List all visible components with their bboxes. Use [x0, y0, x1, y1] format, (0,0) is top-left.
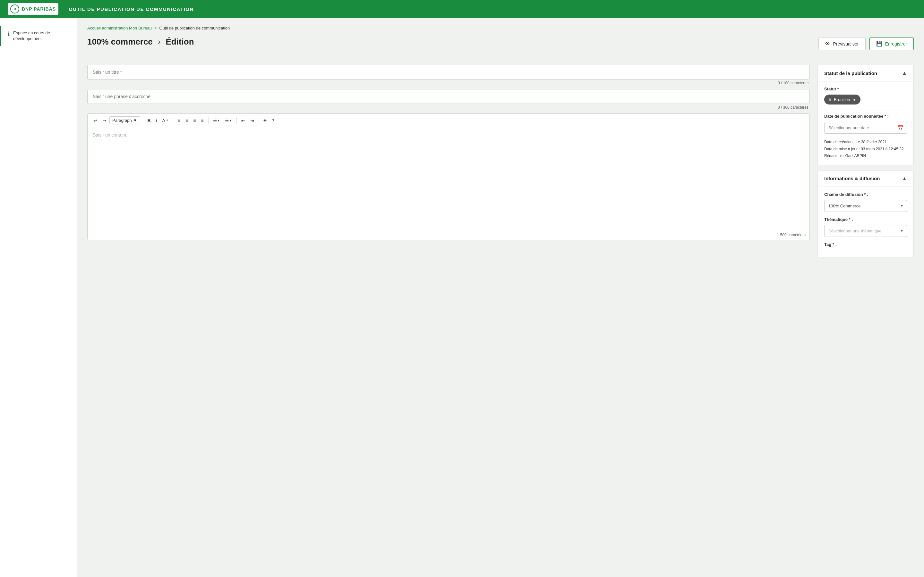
save-button[interactable]: 💾 Enregistrer: [869, 37, 914, 50]
thematique-select-wrapper: Sélectionner une thématique ▼: [824, 225, 907, 237]
thematique-group: Thématique * : Sélectionner une thématiq…: [824, 217, 907, 237]
logo: ↺ BNP PARIBAS: [8, 3, 58, 15]
toolbar-sep-3: [208, 117, 208, 124]
preview-label: Prévisualiser: [833, 41, 859, 47]
meta-info: Date de création : Le 28 février 2021 Da…: [824, 139, 907, 160]
calendar-icon: 📅: [897, 125, 904, 131]
page-title: 100% commerce › Édition: [87, 37, 194, 47]
paragraph-label: Paragraph: [112, 118, 132, 123]
creation-date: Date de création : Le 28 février 2021: [824, 139, 907, 146]
breadcrumb-link[interactable]: Accueil administration Mon Bureau: [87, 26, 152, 31]
thematique-label: Thématique * :: [824, 217, 907, 222]
page-title-parent: 100% commerce: [87, 37, 153, 47]
align-left-button[interactable]: ≡: [176, 117, 182, 124]
header: ↺ BNP PARIBAS OUTIL DE PUBLICATION DE CO…: [0, 0, 924, 18]
date-input[interactable]: [824, 122, 907, 134]
content-area: 0 / 180 caractères 0 / 360 caractères ↩ …: [87, 65, 914, 263]
save-icon: 💾: [876, 41, 883, 47]
breadcrumb-separator: >: [154, 26, 157, 31]
diffusion-toggle[interactable]: ▲: [902, 176, 907, 181]
logo-icon: ↺: [10, 5, 19, 13]
logo-text: BNP PARIBAS: [22, 6, 56, 11]
accroche-char-count: 0 / 360 caractères: [87, 105, 810, 110]
update-date: Date de mise à jour : 03 mars 2021 à 12:…: [824, 146, 907, 153]
status-label: Statut *: [824, 87, 907, 91]
main-content: Accueil administration Mon Bureau > Outi…: [77, 18, 924, 577]
publication-status-title: Statut de la publication: [824, 71, 877, 76]
undo-button[interactable]: ↩: [91, 117, 99, 124]
layout: ℹ Espace en cours de développement Accue…: [0, 18, 924, 577]
bullet-list-button[interactable]: ☰ ▼: [211, 117, 222, 124]
italic-button[interactable]: I: [154, 117, 159, 124]
diffusion-header: Informations & diffusion ▲: [818, 171, 913, 187]
indent-button[interactable]: ⇥: [248, 117, 256, 124]
publication-status-body: Statut * Brouillon ▼: [818, 81, 913, 165]
breadcrumb-current: Outil de publication de communication: [159, 26, 230, 31]
info-icon: ℹ: [8, 31, 10, 37]
outdent-button[interactable]: ⇤: [239, 117, 247, 124]
page-title-current: Édition: [166, 37, 194, 47]
thematique-select[interactable]: Sélectionner une thématique: [824, 225, 907, 237]
chaine-select-wrapper: 100% Commerce ▼: [824, 200, 907, 212]
sidebar: ℹ Espace en cours de développement: [0, 18, 77, 577]
editor-footer: 1 500 caractères: [87, 230, 809, 240]
highlight-icon: A: [162, 118, 165, 123]
status-badge[interactable]: Brouillon ▼: [824, 95, 861, 105]
editor-toolbar: ↩ ↪ Paragraph ▼ B I A: [87, 114, 809, 127]
chaine-label: Chaîne de diffusion * :: [824, 192, 907, 197]
title-input[interactable]: [87, 65, 810, 79]
author: Rédacteur : Gael ARPIN: [824, 153, 907, 160]
paragraph-arrow-icon: ▼: [133, 118, 137, 123]
highlight-dropdown-icon: ▼: [166, 119, 168, 122]
status-dropdown-arrow: ▼: [853, 98, 856, 102]
ordered-list-button[interactable]: ☰ ▼: [223, 117, 234, 124]
status-dot: [829, 98, 831, 101]
redo-button[interactable]: ↪: [100, 117, 108, 124]
toolbar-sep-5: [258, 117, 259, 124]
status-value: Brouillon: [834, 97, 850, 102]
right-panel: Statut de la publication ▲ Statut * Brou…: [817, 65, 914, 263]
chaine-select[interactable]: 100% Commerce: [824, 200, 907, 212]
content-char-count: 1 500 caractères: [777, 233, 806, 237]
tag-label: Tag * :: [824, 242, 907, 247]
eye-icon: 👁: [825, 41, 830, 47]
sidebar-item-label: Espace en cours de développement: [13, 30, 71, 42]
publication-status-header: Statut de la publication ▲: [818, 65, 913, 81]
diffusion-panel: Informations & diffusion ▲ Chaîne de dif…: [817, 170, 914, 258]
paragraph-dropdown[interactable]: Paragraph ▼: [110, 116, 140, 124]
publication-status-toggle[interactable]: ▲: [902, 70, 907, 76]
bold-button[interactable]: B: [145, 117, 153, 124]
preview-button[interactable]: 👁 Prévisualiser: [819, 37, 865, 50]
diffusion-body: Chaîne de diffusion * : 100% Commerce ▼: [818, 187, 913, 257]
toolbar-sep-1: [143, 117, 143, 124]
diffusion-title: Informations & diffusion: [824, 176, 880, 181]
panel-divider-1: [824, 110, 907, 110]
status-field-group: Statut * Brouillon ▼: [824, 87, 907, 105]
date-pub-label: Date de publication souhaitée * :: [824, 114, 907, 119]
accroche-input[interactable]: [87, 89, 810, 104]
title-char-count: 0 / 180 caractères: [87, 81, 810, 85]
date-publication-group: Date de publication souhaitée * : 📅: [824, 114, 907, 134]
toolbar-sep-4: [236, 117, 237, 124]
align-center-button[interactable]: ≡: [184, 117, 190, 124]
align-justify-button[interactable]: ≡: [199, 117, 205, 124]
page-title-arrow: ›: [158, 37, 161, 47]
help-button[interactable]: ?: [270, 117, 276, 124]
chaine-group: Chaîne de diffusion * : 100% Commerce ▼: [824, 192, 907, 212]
strikethrough-button[interactable]: S: [262, 117, 268, 124]
form-section: 0 / 180 caractères 0 / 360 caractères ↩ …: [87, 65, 810, 240]
tag-group: Tag * :: [824, 242, 907, 247]
editor-body[interactable]: Saisir un contenu: [87, 127, 809, 230]
title-field-wrapper: [87, 65, 810, 79]
accroche-field-wrapper: [87, 89, 810, 104]
sidebar-item-espace[interactable]: ℹ Espace en cours de développement: [0, 26, 77, 46]
date-input-wrapper: 📅: [824, 122, 907, 134]
editor-placeholder: Saisir un contenu: [93, 132, 128, 137]
publication-status-panel: Statut de la publication ▲ Statut * Brou…: [817, 65, 914, 165]
save-label: Enregistrer: [885, 41, 907, 47]
editor-container: ↩ ↪ Paragraph ▼ B I A: [87, 113, 810, 240]
breadcrumb: Accueil administration Mon Bureau > Outi…: [87, 26, 914, 31]
highlight-button[interactable]: A ▼: [160, 117, 170, 124]
top-buttons: 👁 Prévisualiser 💾 Enregistrer: [819, 37, 914, 50]
align-right-button[interactable]: ≡: [191, 117, 198, 124]
